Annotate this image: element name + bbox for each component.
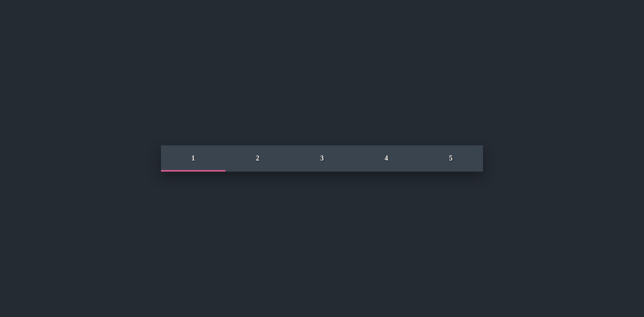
tab-2[interactable]: 2 bbox=[225, 145, 290, 172]
tab-label: 1 bbox=[192, 154, 195, 162]
tab-3[interactable]: 3 bbox=[290, 145, 354, 172]
tab-label: 3 bbox=[320, 154, 324, 162]
tab-5[interactable]: 5 bbox=[419, 145, 483, 172]
tab-label: 2 bbox=[256, 154, 260, 162]
tabs-container: 1 2 3 4 5 bbox=[161, 145, 483, 172]
tabs-list: 1 2 3 4 5 bbox=[161, 145, 483, 172]
tab-4[interactable]: 4 bbox=[354, 145, 419, 172]
tab-active-indicator bbox=[161, 170, 225, 172]
tab-label: 5 bbox=[449, 154, 453, 162]
tab-label: 4 bbox=[385, 154, 388, 162]
tab-1[interactable]: 1 bbox=[161, 145, 225, 172]
